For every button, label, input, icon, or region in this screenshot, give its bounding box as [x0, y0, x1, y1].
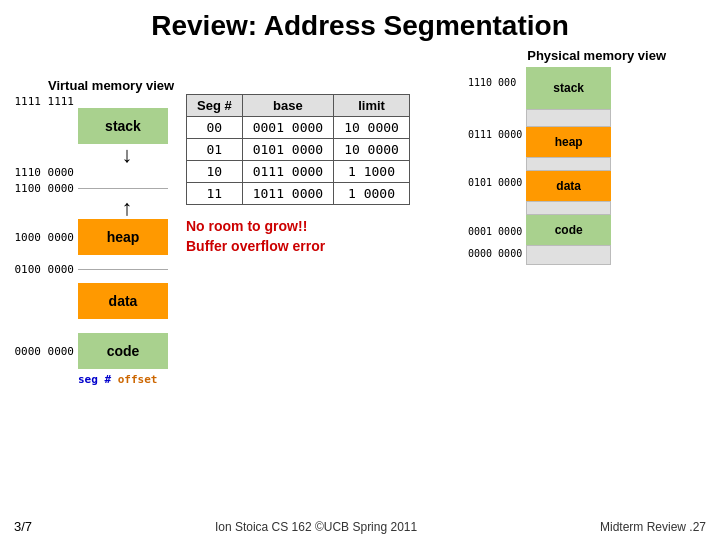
stack-arrow-down: ↓: [76, 144, 178, 166]
seg-00: 00: [187, 117, 243, 139]
pm-heap: heap: [526, 127, 611, 157]
pm-addr-2: 0101 0000: [468, 177, 522, 188]
limit-00: 10 0000: [334, 117, 410, 139]
pm-stack: stack: [526, 67, 611, 109]
vm-data-segment: data: [78, 283, 168, 319]
segment-table: Seg # base limit 00 0001 0000 10 0000 01…: [186, 94, 410, 205]
vm-code-segment: code: [78, 333, 168, 369]
error-line2: Buffer overflow error: [186, 237, 468, 257]
pm-body: 1110 000 0111 0000 0101 0000 0001 0000 0…: [468, 67, 668, 265]
error-message: No room to grow!! Buffer overflow error: [186, 217, 468, 256]
table-row: 10 0111 0000 1 1000: [187, 161, 410, 183]
vm-addr-1100b: 1100 0000: [8, 182, 78, 195]
pm-label: Physical memory view: [468, 48, 668, 63]
limit-01: 10 0000: [334, 139, 410, 161]
pm-addr-0: 1110 000: [468, 77, 522, 88]
pm-gap3: [526, 201, 611, 215]
pm-data: data: [526, 171, 611, 201]
center-panel: Seg # base limit 00 0001 0000 10 0000 01…: [178, 48, 468, 386]
vm-heap-label: heap: [107, 229, 140, 245]
slide-number: 3/7: [14, 519, 32, 534]
physical-memory-panel: Physical memory view 1110 000 0111 0000 …: [468, 48, 668, 386]
base-01: 0101 0000: [242, 139, 333, 161]
pm-gap2: [526, 157, 611, 171]
pm-addr-3: 0001 0000: [468, 226, 522, 237]
vm-addr-data-top: 0100 0000: [8, 263, 78, 276]
vm-addr-1100: 1110 0000: [8, 166, 78, 179]
seg-01: 01: [187, 139, 243, 161]
table-header-base: base: [242, 95, 333, 117]
vm-addr-top: 1111 1111: [8, 95, 78, 108]
seg-num-label: seg #: [78, 373, 111, 386]
table-row: 01 0101 0000 10 0000: [187, 139, 410, 161]
base-00: 0001 0000: [242, 117, 333, 139]
vm-label: Virtual memory view: [48, 78, 178, 93]
table-header-seg: Seg #: [187, 95, 243, 117]
pm-gap4: [526, 245, 611, 265]
vm-stack-label: stack: [105, 118, 141, 134]
pm-data-label: data: [556, 179, 581, 193]
base-11: 1011 0000: [242, 183, 333, 205]
pm-heap-label: heap: [555, 135, 583, 149]
vm-data-label: data: [109, 293, 138, 309]
pm-addresses: 1110 000 0111 0000 0101 0000 0001 0000 0…: [468, 67, 522, 265]
page-title: Review: Address Segmentation: [0, 0, 720, 48]
pm-bar: stack heap data code: [526, 67, 611, 265]
limit-11: 1 0000: [334, 183, 410, 205]
vm-code-label: code: [107, 343, 140, 359]
table-row: 00 0001 0000 10 0000: [187, 117, 410, 139]
vm-heap-segment: heap: [78, 219, 168, 255]
table-header-limit: limit: [334, 95, 410, 117]
pm-code-label: code: [555, 223, 583, 237]
table-row: 11 1011 0000 1 0000: [187, 183, 410, 205]
limit-10: 1 1000: [334, 161, 410, 183]
vm-stack-segment: stack: [78, 108, 168, 144]
vm-addr-heap-bottom: 1000 0000: [8, 231, 78, 244]
pm-stack-label: stack: [553, 81, 584, 95]
heap-arrow-up: ↑: [76, 197, 178, 219]
error-line1: No room to grow!!: [186, 217, 468, 237]
pm-addr-1: 0111 0000: [468, 129, 522, 140]
pm-gap1: [526, 109, 611, 127]
seg-11: 11: [187, 183, 243, 205]
offset-label: offset: [118, 373, 158, 386]
footer-credit: Ion Stoica CS 162 ©UCB Spring 2011: [215, 520, 417, 534]
virtual-memory-panel: Virtual memory view 1111 1111 stack ↓ 11…: [8, 48, 178, 386]
base-10: 0111 0000: [242, 161, 333, 183]
footer-right: Midterm Review .27: [600, 520, 706, 534]
pm-code: code: [526, 215, 611, 245]
seg-10: 10: [187, 161, 243, 183]
pm-addr-4: 0000 0000: [468, 248, 522, 259]
footer: 3/7 Ion Stoica CS 162 ©UCB Spring 2011 M…: [0, 519, 720, 534]
vm-addr-code-bottom: 0000 0000: [8, 345, 78, 358]
